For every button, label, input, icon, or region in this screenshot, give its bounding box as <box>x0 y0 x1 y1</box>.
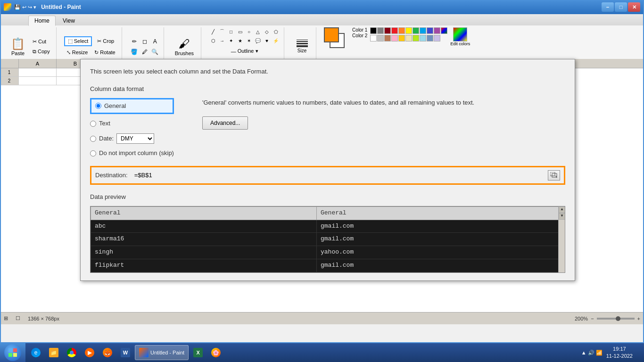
general-radio[interactable] <box>95 103 101 109</box>
taskbar-photos[interactable]: 🌸 <box>207 345 224 360</box>
zoom-slider[interactable] <box>597 318 635 320</box>
color-darkred[interactable] <box>384 27 391 34</box>
eraser-tool[interactable]: ◻ <box>140 37 149 46</box>
shape-lightning[interactable]: ⚡ <box>272 36 280 45</box>
color-blue[interactable] <box>420 27 426 34</box>
shape-arrow[interactable]: → <box>218 36 226 45</box>
tab-home[interactable]: Home <box>28 16 56 26</box>
shape-call[interactable]: 💬 <box>254 36 262 45</box>
outline-button[interactable]: — Outline ▾ <box>229 47 261 56</box>
brushes-button[interactable]: 🖌 Brushes <box>172 35 197 58</box>
taskbar-chrome[interactable] <box>63 345 80 360</box>
text-tool[interactable]: A <box>150 37 160 46</box>
advanced-button[interactable]: Advanced... <box>202 116 248 130</box>
color2-label: Color 2 <box>352 33 367 38</box>
crop-button[interactable]: ✂ Crop <box>95 37 116 46</box>
color-multi[interactable] <box>441 27 447 34</box>
word-icon: W <box>121 348 130 357</box>
date-format-select[interactable]: DMY MDY YMD <box>116 133 154 144</box>
cut-button[interactable]: ✂ Cut <box>30 37 52 46</box>
rotate-button[interactable]: ↻ Rotate <box>92 48 117 57</box>
color-lightgray[interactable] <box>377 35 384 41</box>
multicolor-swatch[interactable] <box>453 27 467 41</box>
shape-star4[interactable]: ✦ <box>227 36 235 45</box>
shape-star5[interactable]: ★ <box>236 36 244 45</box>
maximize-button[interactable]: □ <box>615 2 627 12</box>
color-lavender[interactable] <box>434 35 440 41</box>
general-radio-label[interactable]: General <box>95 101 126 111</box>
shape-diamond[interactable]: ◇ <box>263 27 271 36</box>
color-lime[interactable] <box>413 35 419 41</box>
general-option-box: General <box>90 98 174 115</box>
preview-scroll-up[interactable]: ▲ <box>559 206 565 213</box>
taskbar-excel[interactable]: X <box>190 345 206 360</box>
color-orange[interactable] <box>398 27 405 34</box>
shape-pentagon[interactable]: ⬠ <box>272 27 280 36</box>
minimize-button[interactable]: − <box>602 2 614 12</box>
skip-radio[interactable] <box>90 150 96 156</box>
taskbar: e 📁 ▶ 🦊 W Untitled - Paint <box>0 343 644 362</box>
close-button[interactable]: ✕ <box>628 2 640 12</box>
preview-cell-1-1: gmail.com <box>316 233 564 246</box>
tab-view[interactable]: View <box>57 16 81 25</box>
taskbar-media[interactable]: ▶ <box>81 345 98 360</box>
select-button[interactable]: ⬚ Select <box>64 36 92 46</box>
taskbar-files[interactable]: 📁 <box>45 345 62 360</box>
shape-round-rect[interactable]: ▭ <box>236 27 244 36</box>
copy-button[interactable]: ⧉ Copy <box>30 47 52 56</box>
paste-button[interactable]: 📋 Paste <box>8 35 28 58</box>
general-label: General <box>104 101 126 111</box>
color-green[interactable] <box>413 27 419 34</box>
preview-scroll-down[interactable]: ▼ <box>559 213 565 220</box>
shape-hex[interactable]: ⬡ <box>209 36 217 45</box>
color1-swatch[interactable] <box>324 27 339 42</box>
color-darkblue[interactable] <box>427 27 433 34</box>
grid-corner <box>0 59 19 68</box>
magnify-tool[interactable]: 🔍 <box>150 47 160 57</box>
shape-line[interactable]: ╱ <box>209 27 217 36</box>
taskbar-word[interactable]: W <box>117 345 134 360</box>
color-gray[interactable] <box>377 27 384 34</box>
color-lightblue[interactable] <box>420 35 426 41</box>
taskbar-ie[interactable]: e <box>27 345 44 360</box>
color-black[interactable] <box>370 27 377 34</box>
date-radio[interactable] <box>90 136 96 142</box>
text-radio-label[interactable]: Text <box>90 119 174 129</box>
color-gold[interactable] <box>398 35 405 41</box>
taskbar-firefox[interactable]: 🦊 <box>99 345 116 360</box>
canvas-size-label: 644 × 362px <box>28 316 59 321</box>
shape-curve[interactable]: ⌒ <box>218 27 226 36</box>
destination-input[interactable] <box>132 171 543 180</box>
skip-radio-label[interactable]: Do not import column (skip) <box>90 148 174 158</box>
destination-picker-button[interactable] <box>548 170 560 181</box>
color-white[interactable] <box>370 35 377 41</box>
edit-colors-label[interactable]: Edit colors <box>450 41 470 46</box>
eyedropper-tool[interactable]: 🖉 <box>140 47 149 57</box>
date-radio-label[interactable]: Date: <box>90 134 114 144</box>
shape-triangle[interactable]: △ <box>254 27 262 36</box>
zoom-out-button[interactable]: − <box>591 316 594 321</box>
pencil-tool[interactable]: ✏ <box>130 37 139 46</box>
cell-a1[interactable] <box>19 68 57 77</box>
chrome-inner <box>70 351 74 354</box>
shape-ellipse[interactable]: ○ <box>245 27 253 36</box>
size-button[interactable]: Size <box>297 40 308 53</box>
shape-heart[interactable]: ♥ <box>263 36 271 45</box>
color-red[interactable] <box>391 27 398 34</box>
fill-tool[interactable]: 🪣 <box>130 47 139 57</box>
taskbar-paint[interactable]: Untitled - Paint <box>135 345 189 360</box>
color-yellow[interactable] <box>405 27 412 34</box>
cell-a2[interactable] <box>19 77 57 85</box>
color-brown[interactable] <box>384 35 391 41</box>
color1-label: Color 1 <box>352 27 367 33</box>
color-pink[interactable] <box>391 35 398 41</box>
zoom-in-button[interactable]: + <box>637 316 640 321</box>
color-cream[interactable] <box>405 35 412 41</box>
shape-rect[interactable]: □ <box>227 27 235 36</box>
shape-star6[interactable]: ✶ <box>245 36 253 45</box>
start-button[interactable] <box>0 343 25 362</box>
color-slate[interactable] <box>427 35 433 41</box>
text-radio[interactable] <box>90 121 96 127</box>
color-purple[interactable] <box>434 27 440 34</box>
resize-button[interactable]: ⤡ Resize <box>64 48 91 57</box>
